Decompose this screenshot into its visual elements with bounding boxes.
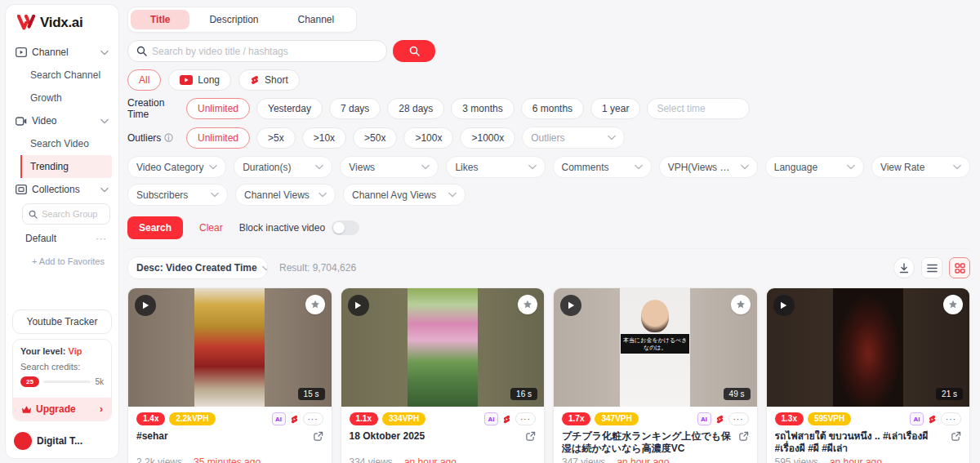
creation-time-1year[interactable]: 1 year xyxy=(590,98,640,119)
more-menu-button[interactable]: ··· xyxy=(515,412,536,425)
outliers-50x[interactable]: >50x xyxy=(353,127,397,149)
video-title[interactable]: รถไฟสายใต้ ขบวนหนึ่ง .. #เล่าเรื่องผี #เ… xyxy=(775,430,947,455)
ai-badge[interactable]: AI xyxy=(484,412,498,425)
upgrade-button[interactable]: Upgrade › xyxy=(13,398,111,421)
video-title[interactable]: プチプラ化粧水ランキング上位でも保湿は続かないなら高濃度VC xyxy=(562,430,733,455)
external-link-icon[interactable] xyxy=(951,431,961,455)
filter-channel-views[interactable]: Channel Views xyxy=(235,184,336,206)
filter-type-all[interactable]: All xyxy=(127,69,161,91)
filter-type-long[interactable]: Long xyxy=(168,69,231,91)
ai-badge[interactable]: AI xyxy=(697,412,711,425)
external-link-icon[interactable] xyxy=(738,431,749,455)
sidebar-section-collections[interactable]: Collections xyxy=(12,178,112,201)
add-to-favorites-button[interactable]: + Add to Favorites xyxy=(20,250,112,266)
creation-time-6months[interactable]: 6 months xyxy=(521,98,584,119)
info-icon[interactable] xyxy=(164,133,173,142)
filter-language[interactable]: Language xyxy=(765,156,864,178)
sidebar-item-growth[interactable]: Growth xyxy=(20,87,112,109)
block-inactive-toggle[interactable] xyxy=(332,220,359,235)
sidebar-section-video[interactable]: Video xyxy=(12,109,112,132)
video-thumbnail[interactable]: 本当にお金をかけるべき なのは。 49 s xyxy=(554,288,757,407)
search-icon xyxy=(409,46,420,56)
outliers-1000x[interactable]: >1000x xyxy=(460,127,515,149)
ai-badge[interactable]: AI xyxy=(910,412,924,425)
video-card: 16 s 1.1x 334VPH AI ··· 18 Oktober 2025 … xyxy=(341,287,546,463)
ai-badge[interactable]: AI xyxy=(272,412,286,425)
filter-type-short[interactable]: Short xyxy=(238,69,300,91)
external-link-icon[interactable] xyxy=(313,431,323,455)
filter-views[interactable]: Views xyxy=(340,156,439,178)
view-count: 595 views xyxy=(775,456,818,463)
youtube-tracker-button[interactable]: Youtube Tracker xyxy=(12,309,112,334)
sidebar-item-search-channel[interactable]: Search Channel xyxy=(20,64,112,87)
creation-time-28days[interactable]: 28 days xyxy=(387,98,444,119)
more-menu-button[interactable]: ··· xyxy=(941,412,961,425)
download-button[interactable] xyxy=(893,257,915,278)
favorite-star-button[interactable] xyxy=(305,295,325,314)
collection-item-default[interactable]: Default ··· xyxy=(20,227,112,250)
video-title[interactable]: 18 Oktober 2025 xyxy=(350,430,521,455)
account-row[interactable]: Digital T... xyxy=(6,426,118,458)
filter-vph[interactable]: VPH(Views Per Hour)( xyxy=(659,156,758,178)
more-icon[interactable]: ··· xyxy=(96,234,107,243)
sidebar-item-search-video[interactable]: Search Video xyxy=(20,132,112,155)
filter-video-category[interactable]: Video Category xyxy=(127,156,226,178)
grid-view-icon xyxy=(955,263,965,274)
filter-duration[interactable]: Duration(s) xyxy=(234,156,332,178)
search-input[interactable] xyxy=(152,46,378,57)
more-menu-button[interactable]: ··· xyxy=(303,412,323,425)
list-view-icon xyxy=(927,264,938,273)
channel-icon xyxy=(16,47,27,57)
creation-time-unlimited[interactable]: Unlimited xyxy=(186,98,250,119)
play-button[interactable] xyxy=(773,295,795,316)
creation-time-3months[interactable]: 3 months xyxy=(451,98,514,119)
filter-view-rate[interactable]: View Rate xyxy=(871,156,970,178)
outlier-multiplier-badge: 1.7x xyxy=(562,412,590,425)
search-box xyxy=(127,40,387,62)
tab-title[interactable]: Title xyxy=(131,10,189,29)
external-link-icon[interactable] xyxy=(525,431,536,455)
filter-subscribers[interactable]: Subscribers xyxy=(127,184,228,206)
creation-time-7days[interactable]: 7 days xyxy=(329,98,381,119)
outliers-dropdown[interactable]: Outliers xyxy=(522,127,625,149)
grid-view-button[interactable] xyxy=(949,257,970,278)
sidebar-section-channel[interactable]: Channel xyxy=(12,41,112,64)
favorite-star-button[interactable] xyxy=(731,295,751,314)
video-thumbnail[interactable]: 21 s xyxy=(767,288,970,407)
favorite-star-button[interactable] xyxy=(943,295,963,314)
outliers-5x[interactable]: >5x xyxy=(256,127,296,149)
play-button[interactable] xyxy=(135,295,156,316)
search-button[interactable]: Search xyxy=(127,216,183,239)
outliers-unlimited[interactable]: Unlimited xyxy=(186,127,250,149)
tab-channel[interactable]: Channel xyxy=(278,10,354,29)
list-view-button[interactable] xyxy=(921,257,942,278)
play-button[interactable] xyxy=(348,295,369,316)
chevron-down-icon xyxy=(262,265,268,271)
favorite-star-button[interactable] xyxy=(518,295,537,314)
search-group-input[interactable] xyxy=(42,209,107,219)
select-time-input[interactable] xyxy=(647,98,750,119)
chevron-down-icon xyxy=(315,164,323,170)
sidebar-item-trending[interactable]: Trending xyxy=(20,155,112,178)
filter-channel-avg-views[interactable]: Channel Avg Views xyxy=(343,184,466,206)
search-submit-button[interactable] xyxy=(393,40,435,62)
creation-time-yesterday[interactable]: Yesterday xyxy=(256,98,323,119)
filter-likes[interactable]: Likes xyxy=(446,156,545,178)
video-thumbnail[interactable]: 15 s xyxy=(128,288,332,407)
brand-logo[interactable]: Vidx.ai xyxy=(6,5,118,39)
clear-button[interactable]: Clear xyxy=(199,222,223,234)
view-count: 2.2k views xyxy=(136,456,182,463)
sort-dropdown[interactable]: Desc: Video Created Time xyxy=(127,256,268,279)
outliers-100x[interactable]: >100x xyxy=(403,127,453,149)
filter-comments[interactable]: Comments xyxy=(553,156,652,178)
sidebar-nav: Channel Search Channel Growth Video Sear… xyxy=(6,39,118,266)
creation-time-label: Creation Time xyxy=(127,97,180,120)
more-menu-button[interactable]: ··· xyxy=(728,412,749,425)
play-button[interactable] xyxy=(560,295,581,316)
video-title[interactable]: #sehar xyxy=(136,430,308,455)
video-thumbnail[interactable]: 16 s xyxy=(341,288,545,407)
published-time: an hour ago xyxy=(617,456,669,463)
tab-description[interactable]: Description xyxy=(189,10,278,29)
account-name: Digital T... xyxy=(37,435,82,447)
outliers-10x[interactable]: >10x xyxy=(302,127,346,149)
